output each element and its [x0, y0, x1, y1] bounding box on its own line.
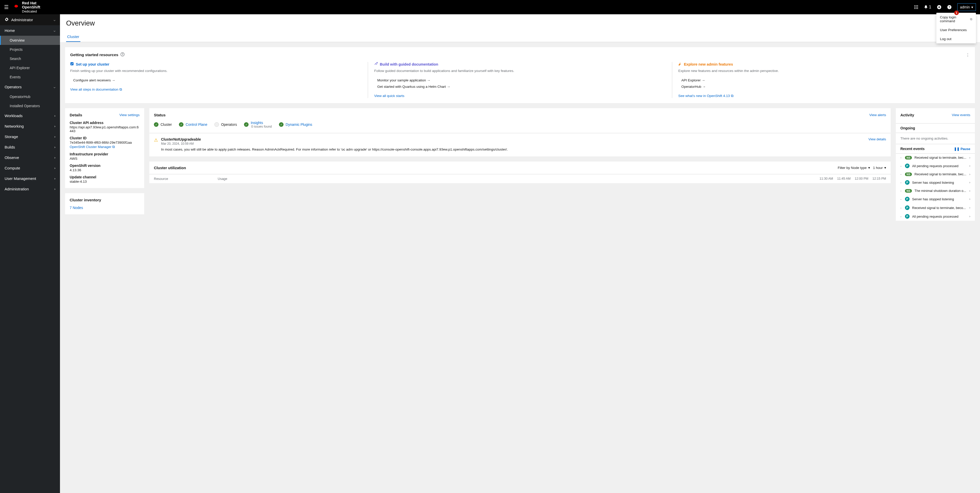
view-events-link[interactable]: View events	[952, 113, 970, 117]
alert-view-details[interactable]: View details	[869, 137, 886, 152]
event-row[interactable]: - P Server has stopped listening ›	[896, 178, 975, 187]
ongoing-empty: There are no ongoing activities.	[896, 133, 975, 144]
info-icon[interactable]: ?	[121, 52, 124, 57]
nav-item-overview[interactable]: Overview	[0, 36, 60, 45]
gsr-link[interactable]: Configure alert receivers →	[70, 77, 362, 83]
util-col-usage: Usage	[218, 177, 819, 181]
event-text: Received signal to terminate, bec...	[915, 156, 967, 159]
menu-logout[interactable]: Log out	[936, 35, 976, 43]
gsr-bottom-link[interactable]: See what's new in OpenShift 4.13 ⧉	[678, 94, 970, 98]
add-icon[interactable]	[937, 5, 942, 10]
view-settings-link[interactable]: View settings	[119, 113, 140, 117]
nav-item-events[interactable]: Events	[0, 73, 60, 82]
event-row[interactable]: - P All pending requests processed ›	[896, 212, 975, 221]
nav-section-home[interactable]: Home⌵	[0, 25, 60, 36]
status-label: Control Plane	[186, 122, 207, 127]
gsr-desc: Finish setting up your cluster with reco…	[70, 68, 362, 73]
caret-down-icon: ▾	[868, 165, 870, 170]
perspective-switcher[interactable]: Administrator ⌵	[0, 14, 60, 25]
nav-section-storage[interactable]: Storage›	[0, 131, 60, 142]
gsr-bottom-link[interactable]: View all quick starts	[374, 94, 666, 98]
event-row[interactable]: - P All pending requests processed ›	[896, 162, 975, 170]
alert-title: ClusterNotUpgradeable	[161, 137, 865, 142]
gsr-link[interactable]: OperatorHub →	[678, 83, 970, 90]
chevron-down-icon: ⌵	[54, 18, 56, 22]
gsr-icon	[374, 62, 378, 66]
chevron-right-icon: ›	[969, 181, 970, 184]
gsr-link[interactable]: Get started with Quarkus using a Helm Ch…	[374, 83, 666, 90]
view-alerts-link[interactable]: View alerts	[869, 113, 886, 117]
status-item[interactable]: ✓ Control Plane	[179, 121, 207, 128]
nav-item-operatorhub[interactable]: OperatorHub	[0, 92, 60, 101]
nav-section-administration[interactable]: Administration›	[0, 184, 60, 194]
apps-icon[interactable]	[914, 5, 918, 9]
chevron-icon: ›	[54, 114, 56, 118]
gear-icon	[5, 17, 9, 22]
pause-button[interactable]: ❚❚ Pause	[954, 147, 970, 151]
main-content: Overview Cluster Getting started resourc…	[60, 14, 980, 493]
detail-extra-link[interactable]: OpenShift Cluster Manager ⧉	[70, 145, 140, 149]
help-icon[interactable]: ?	[947, 5, 952, 10]
notifications-icon[interactable]: 1	[924, 5, 931, 10]
gsr-bottom-link[interactable]: View all steps in documentation ⧉	[70, 87, 362, 92]
status-icon: ✓	[179, 122, 183, 127]
status-alert: ⚠ ClusterNotUpgradeable Mar 20, 2024, 10…	[149, 133, 891, 156]
ongoing-header: Ongoing	[896, 123, 975, 133]
event-badge: NS	[905, 156, 912, 159]
event-row[interactable]: - P Server has stopped listening ›	[896, 195, 975, 204]
nav-section-operators[interactable]: Operators⌵	[0, 82, 60, 92]
nav-section-workloads[interactable]: Workloads›	[0, 110, 60, 121]
product-name-top: Red Hat	[22, 1, 37, 5]
inventory-nodes-link[interactable]: 7 Nodes	[70, 206, 140, 210]
kebab-icon[interactable]: ⋮	[966, 52, 970, 57]
gsr-icon	[70, 62, 74, 66]
status-icon: ✓	[279, 122, 283, 127]
chevron-right-icon: ›	[969, 197, 970, 201]
status-title: Status	[154, 113, 165, 117]
event-row[interactable]: - NS Received signal to terminate, bec..…	[896, 154, 975, 162]
nav-section-builds[interactable]: Builds›	[0, 142, 60, 152]
gsr-link[interactable]: Monitor your sample application →	[374, 77, 666, 83]
event-row[interactable]: - NS The minimal shutdown duration o... …	[896, 187, 975, 195]
event-row[interactable]: - NS Received signal to terminate, bec..…	[896, 170, 975, 178]
alert-desc: In most cases, you will still be able to…	[161, 147, 865, 152]
event-text: The minimal shutdown duration o...	[915, 189, 967, 192]
event-row[interactable]: - P Received signal to terminate, beco..…	[896, 204, 975, 212]
hamburger-icon[interactable]: ☰	[4, 4, 9, 10]
event-time: -	[900, 206, 902, 210]
detail-value: https://api.api7.93ew.p1.openshiftapps.c…	[70, 125, 140, 133]
nav-item-projects[interactable]: Projects	[0, 45, 60, 54]
utilization-card: Cluster utilization Filter by Node type …	[149, 162, 891, 183]
menu-user-prefs[interactable]: User Preferences	[936, 25, 976, 35]
util-filter-node[interactable]: Filter by Node type ▾	[838, 165, 870, 170]
nav-item-search[interactable]: Search	[0, 54, 60, 63]
nav-section-observe[interactable]: Observe›	[0, 152, 60, 163]
nav-item-api-explorer[interactable]: API Explorer	[0, 63, 60, 73]
tab-cluster[interactable]: Cluster	[66, 32, 80, 42]
gsr-col-0: Set up your cluster Finish setting up yo…	[70, 62, 368, 98]
detail-label: OpenShift version	[70, 164, 140, 168]
gsr-col-head: Explore new admin features	[678, 62, 970, 66]
logo[interactable]: Red Hat OpenShift Dedicated	[13, 1, 40, 13]
gsr-desc: Explore new features and resources withi…	[678, 68, 970, 73]
svg-rect-7	[916, 8, 916, 9]
nav-item-installed-operators[interactable]: Installed Operators	[0, 101, 60, 110]
nav-section-compute[interactable]: Compute›	[0, 163, 60, 173]
nav-section-networking[interactable]: Networking›	[0, 121, 60, 131]
status-item[interactable]: ✓ Dynamic Plugins	[279, 121, 312, 128]
topbar: ☰ Red Hat OpenShift Dedicated 1	[0, 0, 980, 14]
detail-value: AWS	[70, 157, 140, 161]
detail-label: Update channel	[70, 175, 140, 179]
status-item[interactable]: ✓ Insights 0 issues found	[244, 121, 272, 128]
event-time: -	[900, 181, 902, 184]
util-title: Cluster utilization	[154, 165, 186, 170]
event-text: All pending requests processed	[912, 215, 967, 218]
gsr-link[interactable]: API Explorer →	[678, 77, 970, 83]
product-name-bot: Dedicated	[22, 10, 37, 13]
gsr-col-head: Set up your cluster	[70, 62, 362, 66]
caret-down-icon: ▾	[884, 165, 886, 170]
util-filter-time[interactable]: 1 hour ▾	[873, 165, 886, 170]
user-menu-button[interactable]: admin ▾	[957, 3, 976, 11]
warning-icon: ⚠	[154, 137, 158, 152]
nav-section-user-management[interactable]: User Management›	[0, 173, 60, 184]
